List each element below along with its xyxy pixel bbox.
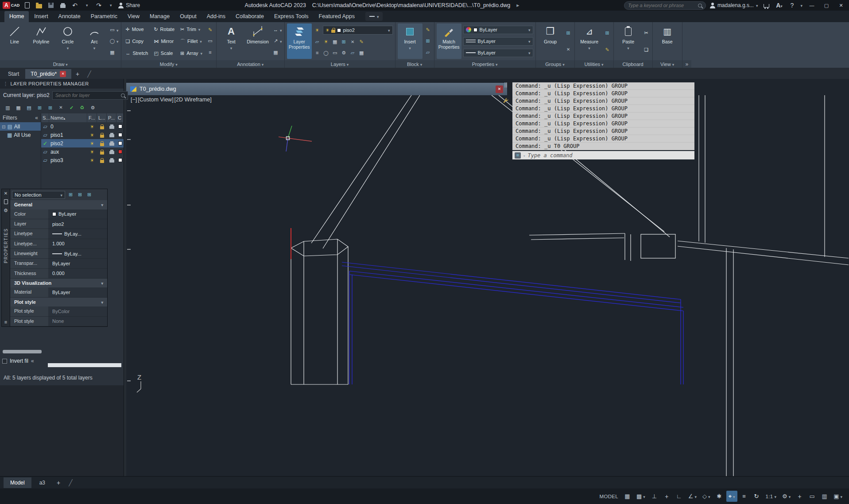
isodraft-button[interactable]: [700, 491, 713, 502]
ungroup-icon[interactable]: [565, 46, 572, 54]
layer-tool-icon[interactable]: [331, 49, 339, 57]
quick-select-icon[interactable]: [85, 191, 93, 198]
new-file-button[interactable]: [23, 1, 31, 10]
object-snap-button[interactable]: [726, 491, 737, 502]
stretch-button[interactable]: Stretch: [124, 47, 151, 59]
leader-icon[interactable]: [272, 37, 279, 45]
palette-autohide-icon[interactable]: [4, 199, 8, 204]
color-chip[interactable]: [118, 133, 122, 137]
quick-calc-icon[interactable]: [604, 29, 611, 37]
clipboard-panel-label[interactable]: Clipboard: [614, 60, 652, 68]
maximize-button[interactable]: [821, 1, 832, 10]
view-control-button[interactable]: [Custom View]: [138, 97, 173, 103]
model-canvas[interactable]: Z: [126, 95, 849, 476]
autodesk-apps-button[interactable]: A: [775, 1, 783, 10]
new-group-filter-icon[interactable]: [15, 104, 22, 112]
layer-tool-icon[interactable]: [358, 49, 365, 57]
property-row[interactable]: Color ByLayer: [10, 209, 107, 219]
drawing-window-titlebar[interactable]: T0_prédio.dwg: [126, 83, 507, 95]
minimize-button[interactable]: [806, 1, 817, 10]
plot-icon[interactable]: [109, 151, 114, 154]
selection-cycling-icon[interactable]: [751, 491, 762, 502]
layers-panel-label[interactable]: Layers: [285, 60, 395, 68]
new-layer-icon[interactable]: [36, 104, 43, 112]
property-row[interactable]: Linetype... 1.000: [10, 239, 107, 249]
col-color[interactable]: C: [116, 113, 124, 122]
refresh-icon[interactable]: [78, 104, 86, 112]
ortho-mode-icon[interactable]: [674, 491, 685, 502]
utilities-panel-label[interactable]: Utilities: [575, 60, 613, 68]
tab-add-ins[interactable]: Add-ins: [202, 11, 230, 22]
layer-tool-icon[interactable]: [349, 49, 357, 57]
circle-button[interactable]: Circle: [55, 23, 80, 59]
expand-arrow-icon[interactable]: [516, 2, 519, 8]
properties-panel-label[interactable]: Properties: [434, 60, 535, 68]
annotation-scale-button[interactable]: 1:1: [764, 491, 779, 502]
linetype-dropdown[interactable]: ByLayer: [463, 49, 533, 57]
section-3d-visualization[interactable]: 3D Visualization: [10, 279, 107, 287]
filter-tree-all[interactable]: All: [0, 122, 41, 131]
block-edit-icon[interactable]: [424, 26, 432, 34]
tab-collaborate[interactable]: Collaborate: [231, 11, 269, 22]
collapse-invert-icon[interactable]: [31, 358, 34, 364]
help-button[interactable]: [787, 1, 796, 10]
dimension-button[interactable]: Dimension: [245, 23, 270, 59]
table-icon[interactable]: [272, 49, 279, 56]
copy-clip-icon[interactable]: [643, 46, 650, 54]
layer-row-current[interactable]: piso2: [41, 139, 124, 147]
draw-panel-label[interactable]: Draw: [0, 60, 121, 68]
lock-icon[interactable]: [100, 126, 104, 129]
group-button[interactable]: Group: [538, 23, 563, 59]
match-properties-button[interactable]: Match Properties: [437, 23, 461, 59]
rectangle-tool-icon[interactable]: [109, 26, 116, 34]
tab-annotate[interactable]: Annotate: [54, 11, 85, 22]
block-attribute-icon[interactable]: [424, 49, 432, 56]
dynamic-input-icon[interactable]: [661, 491, 672, 502]
layer-tool-icon[interactable]: [358, 38, 365, 46]
ellipse-tool-icon[interactable]: [109, 37, 116, 45]
polar-tracking-button[interactable]: [686, 491, 699, 502]
plot-icon[interactable]: [109, 134, 114, 137]
clean-screen-button[interactable]: [831, 491, 845, 502]
rotate-button[interactable]: Rotate: [151, 23, 177, 35]
invert-filter-checkbox[interactable]: [2, 359, 7, 364]
layer-search-box[interactable]: [52, 91, 128, 100]
property-row[interactable]: Lineweight ByLay...: [10, 249, 107, 259]
visual-style-button[interactable]: [2D Wireframe]: [174, 97, 212, 103]
undo-dropdown[interactable]: [82, 1, 91, 10]
modify-extra-tool2-icon[interactable]: [206, 37, 214, 45]
view-panel-label[interactable]: View: [653, 60, 682, 68]
isolate-objects-icon[interactable]: [819, 491, 830, 502]
lineweight-display-icon[interactable]: [739, 491, 750, 502]
rectangle-dropdown-icon[interactable]: [116, 27, 119, 33]
array-button[interactable]: Array: [178, 47, 205, 59]
tab-home[interactable]: Home: [4, 11, 29, 22]
tab-express-tools[interactable]: Express Tools: [269, 11, 314, 22]
layer-tool-icon[interactable]: [340, 49, 348, 57]
line-button[interactable]: Line: [2, 23, 27, 59]
col-status[interactable]: S...: [41, 113, 49, 122]
layer-tool-icon[interactable]: [322, 49, 330, 57]
layer-tool-icon[interactable]: [322, 38, 330, 46]
new-drawing-tab-button[interactable]: [72, 69, 83, 79]
tab-insert[interactable]: Insert: [29, 11, 53, 22]
tab-featured-apps[interactable]: Featured Apps: [314, 11, 360, 22]
property-row[interactable]: Plot style ByColor: [10, 306, 107, 316]
plot-button[interactable]: [58, 1, 67, 10]
paste-button[interactable]: Paste: [616, 23, 641, 59]
col-name[interactable]: Name: [49, 113, 87, 122]
layer-properties-button[interactable]: Layer Properties: [287, 23, 312, 59]
freeze-icon[interactable]: [90, 132, 94, 138]
col-plot[interactable]: P...: [107, 113, 116, 122]
toggle-pickadd-icon[interactable]: [67, 191, 74, 198]
model-tab[interactable]: Model: [4, 477, 31, 488]
annotation-panel-label[interactable]: Annotation: [217, 60, 284, 68]
lock-icon[interactable]: [100, 160, 104, 163]
model-space-button[interactable]: MODEL: [597, 491, 620, 502]
selection-dropdown[interactable]: No selection: [12, 191, 65, 199]
property-row[interactable]: Material ByLayer: [10, 287, 107, 297]
palette-close-icon[interactable]: [4, 191, 8, 196]
insert-button[interactable]: Insert: [398, 23, 423, 59]
ellipse-dropdown-icon[interactable]: [116, 38, 119, 44]
color-chip[interactable]: [118, 158, 122, 162]
